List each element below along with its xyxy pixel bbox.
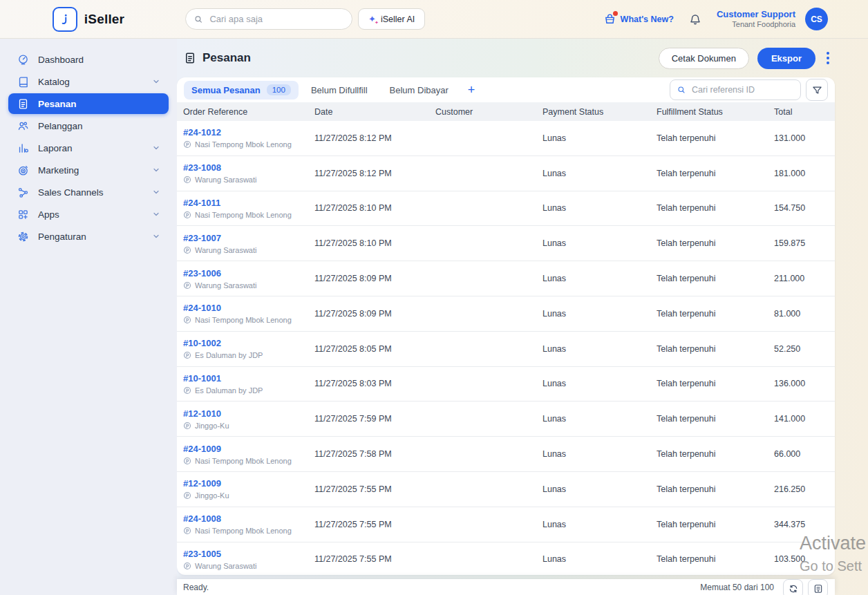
tab-semua-pesanan[interactable]: Semua Pesanan 100 [184,81,299,100]
sidebar-item-marketing[interactable]: Marketing [8,160,169,180]
sales-channels-icon [17,187,29,198]
add-tab-icon[interactable]: + [461,84,482,96]
funnel-icon [812,85,822,95]
sidebar-item-label: Dashboard [38,55,84,65]
store-name: Warung Saraswati [195,281,256,290]
column-fulfillment-status[interactable]: Fulfillment Status [657,107,774,117]
reference-search-input[interactable] [690,84,793,95]
sidebar-item-label: Laporan [38,143,73,153]
order-reference-link[interactable]: #24-1009 [183,444,314,454]
reference-search[interactable] [670,79,801,100]
page-title: Pesanan [184,51,251,65]
order-reference-link[interactable]: #10-1001 [183,373,314,384]
scroll-settings-button[interactable] [808,579,828,595]
table-row[interactable]: #10-1002 Es Daluman by JDP 11/27/2025 8:… [177,332,835,367]
sidebar-item-katalog[interactable]: Katalog [8,71,169,92]
basket-icon [604,13,616,25]
order-reference-link[interactable]: #24-1011 [183,198,314,208]
tab-belum-difullfill[interactable]: Belum Difullfill [301,81,377,100]
avatar[interactable]: CS [805,8,828,30]
table-row[interactable]: #24-1012 Nasi Tempong Mbok Lenong 11/27/… [177,121,835,156]
search-icon [194,15,202,24]
payment-status: Lunas [542,309,657,319]
table-row[interactable]: #23-1007 Warung Saraswati 11/27/2025 8:1… [177,226,835,261]
whats-new-button[interactable]: What's New? [604,13,674,25]
channel-icon [183,527,191,535]
chevron-down-icon [152,210,160,218]
customers-icon [17,120,29,132]
order-reference-link[interactable]: #10-1002 [183,338,314,348]
list-panel-icon [813,584,823,594]
tab-belum-dibayar[interactable]: Belum Dibayar [380,81,458,100]
page-header: Pesanan Cetak Dokumen Ekspor [177,39,868,77]
order-reference-link[interactable]: #24-1008 [183,513,314,524]
sidebar-item-sales-channels[interactable]: Sales Channels [8,182,169,202]
settings-gear-icon [17,231,29,243]
sidebar-item-apps[interactable]: Apps [8,204,169,225]
sidebar-item-pelanggan[interactable]: Pelanggan [8,115,169,136]
column-date[interactable]: Date [314,107,435,117]
global-search[interactable] [185,8,352,30]
fulfillment-status: Telah terpenuhi [657,274,774,283]
channel-icon [183,351,191,359]
store-name: Warung Saraswati [195,176,256,184]
notification-dot [613,11,618,16]
sidebar-item-pesanan[interactable]: Pesanan [8,93,169,114]
table-row[interactable]: #23-1005 Warung Saraswati 11/27/2025 7:5… [177,542,835,575]
refresh-button[interactable] [783,579,803,595]
table-row[interactable]: #23-1008 Warung Saraswati 11/27/2025 8:1… [177,156,835,191]
table-row[interactable]: #10-1001 Es Daluman by JDP 11/27/2025 8:… [177,367,835,402]
order-reference-link[interactable]: #23-1005 [183,549,314,559]
payment-status: Lunas [542,379,657,388]
order-reference-link[interactable]: #24-1012 [183,127,314,138]
order-total: 136.000 [774,379,835,388]
payment-status: Lunas [542,520,657,529]
iseller-ai-button[interactable]: ✦ iSeller AI [358,8,425,30]
order-reference-link[interactable]: #12-1009 [183,478,314,489]
catalog-icon [17,76,29,88]
order-reference-link[interactable]: #23-1007 [183,233,314,243]
store-name: Warung Saraswati [195,562,256,570]
main-content: Pesanan Cetak Dokumen Ekspor Semua Pesan… [177,39,868,595]
sidebar-item-label: Katalog [38,77,70,87]
filter-button[interactable] [806,79,828,101]
table-row[interactable]: #24-1009 Nasi Tempong Mbok Lenong 11/27/… [177,437,835,472]
sidebar-item-dashboard[interactable]: Dashboard [8,49,169,70]
channel-icon [183,211,191,219]
user-menu[interactable]: Customer Support Tenant Foodphoria [717,9,795,30]
sidebar-item-laporan[interactable]: Laporan [8,138,169,158]
order-date: 11/27/2025 8:10 PM [314,238,435,248]
sidebar-item-pengaturan[interactable]: Pengaturan [8,226,169,247]
order-reference-link[interactable]: #24-1010 [183,303,314,313]
store-name: Jinggo-Ku [195,422,229,430]
more-options-icon[interactable] [824,49,832,67]
table-row[interactable]: #23-1006 Warung Saraswati 11/27/2025 8:0… [177,261,835,296]
column-total[interactable]: Total [774,107,835,117]
table-row[interactable]: #24-1008 Nasi Tempong Mbok Lenong 11/27/… [177,507,835,542]
page-title-text: Pesanan [202,51,251,65]
table-row[interactable]: #24-1010 Nasi Tempong Mbok Lenong 11/27/… [177,296,835,332]
table-row[interactable]: #12-1009 Jinggo-Ku 11/27/2025 7:55 PM Lu… [177,472,835,507]
channel-icon [183,386,191,395]
brand: iSeller [0,0,177,38]
table-row[interactable]: #24-1011 Nasi Tempong Mbok Lenong 11/27/… [177,191,835,227]
column-order-reference[interactable]: Order Reference [183,107,314,117]
channel-icon [183,457,191,465]
order-reference-link[interactable]: #12-1010 [183,408,314,419]
global-search-input[interactable] [208,13,343,25]
fulfillment-status: Telah terpenuhi [657,133,774,143]
store-name: Nasi Tempong Mbok Lenong [195,527,292,535]
fulfillment-status: Telah terpenuhi [657,484,774,494]
order-reference-link[interactable]: #23-1008 [183,162,314,173]
print-documents-button[interactable]: Cetak Dokumen [659,48,749,69]
bell-icon[interactable] [689,13,701,26]
order-reference-link[interactable]: #23-1006 [183,268,314,278]
order-date: 11/27/2025 7:55 PM [314,554,435,564]
column-customer[interactable]: Customer [435,107,542,117]
chevron-down-icon [152,77,160,86]
table-row[interactable]: #12-1010 Jinggo-Ku 11/27/2025 7:59 PM Lu… [177,402,835,437]
order-date: 11/27/2025 7:58 PM [314,449,435,459]
channel-icon [183,562,191,570]
export-button[interactable]: Ekspor [757,48,815,69]
column-payment-status[interactable]: Payment Status [542,107,657,117]
